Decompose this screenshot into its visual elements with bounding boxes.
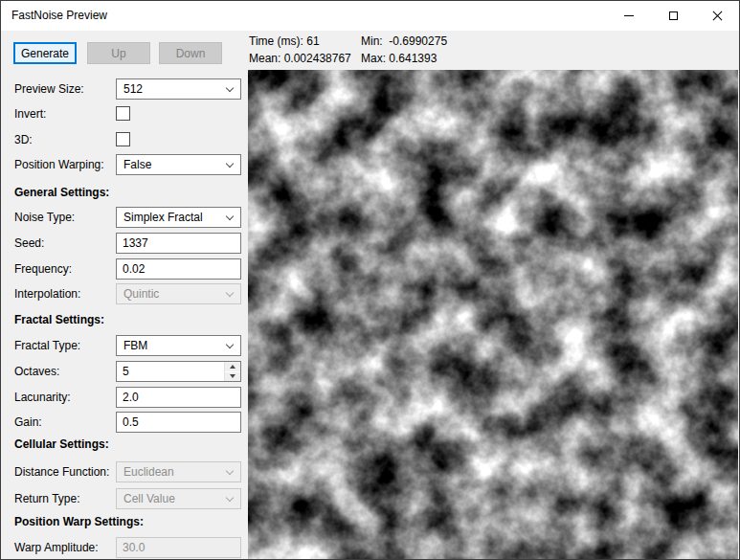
distance-function-select: Euclidean xyxy=(116,461,241,482)
gain-label: Gain: xyxy=(14,415,42,429)
octaves-up-button[interactable] xyxy=(224,362,240,372)
octaves-stepper xyxy=(116,361,241,382)
interpolation-value: Quintic xyxy=(117,284,240,301)
row-invert: Invert: xyxy=(1,103,247,125)
minimize-icon xyxy=(624,15,634,16)
close-icon xyxy=(712,11,723,21)
return-type-value: Cell Value xyxy=(117,489,240,505)
octaves-input[interactable] xyxy=(117,362,224,381)
noise-type-value: Simplex Fractal xyxy=(117,208,240,224)
interpolation-select: Quintic xyxy=(116,283,241,304)
position-warping-value: False xyxy=(117,155,240,171)
noise-type-select[interactable]: Simplex Fractal xyxy=(116,207,241,228)
row-noise-type: Noise Type: Simplex Fractal xyxy=(1,207,247,229)
octaves-down-button[interactable] xyxy=(224,372,240,382)
position-warping-select[interactable]: False xyxy=(116,154,241,175)
stat-min: Min: -0.6990275 xyxy=(361,34,447,48)
cellular-settings-header: Cellular Settings: xyxy=(14,437,109,451)
row-lacunarity: Lacunarity: xyxy=(1,387,247,409)
preview-size-select[interactable]: 512 xyxy=(116,78,241,100)
row-return-type: Return Type: Cell Value xyxy=(1,488,247,510)
up-button[interactable]: Up xyxy=(87,42,150,64)
arrow-up-icon xyxy=(230,365,235,369)
row-seed: Seed: xyxy=(1,233,247,255)
lacunarity-input[interactable] xyxy=(116,387,241,408)
row-distance-function: Distance Function: Euclidean xyxy=(1,461,247,483)
3d-checkbox[interactable] xyxy=(116,132,130,146)
maximize-icon xyxy=(669,11,678,20)
seed-input[interactable] xyxy=(116,233,241,254)
fractal-type-select[interactable]: FBM xyxy=(116,335,241,356)
general-settings-header: General Settings: xyxy=(14,186,109,199)
titlebar[interactable]: FastNoise Preview xyxy=(1,1,739,31)
distance-function-value: Euclidean xyxy=(117,462,240,479)
window-title: FastNoise Preview xyxy=(1,1,607,31)
fractal-settings-header: Fractal Settings: xyxy=(14,313,104,326)
invert-label: Invert: xyxy=(14,107,46,121)
generate-button[interactable]: Generate xyxy=(13,42,77,64)
preview-size-label: Preview Size: xyxy=(14,82,84,96)
maximize-button[interactable] xyxy=(651,1,695,31)
section-cellular-settings: Cellular Settings: xyxy=(1,434,247,456)
down-button[interactable]: Down xyxy=(159,42,222,64)
octaves-spin-buttons xyxy=(224,362,240,381)
frequency-label: Frequency: xyxy=(14,262,72,276)
distance-function-label: Distance Function: xyxy=(14,465,109,479)
stat-max: Max: 0.641393 xyxy=(361,52,437,65)
fractal-type-value: FBM xyxy=(117,336,240,352)
row-gain: Gain: xyxy=(1,412,247,434)
position-warp-settings-header: Position Warp Settings: xyxy=(14,515,144,528)
row-position-warping: Position Warping: False xyxy=(1,154,247,176)
fractal-type-label: Fractal Type: xyxy=(14,339,80,352)
interpolation-label: Interpolation: xyxy=(14,287,80,301)
row-3d: 3D: xyxy=(1,129,247,151)
noise-type-label: Noise Type: xyxy=(14,211,75,224)
return-type-label: Return Type: xyxy=(14,492,79,505)
row-octaves: Octaves: xyxy=(1,361,247,383)
3d-label: 3D: xyxy=(14,133,33,146)
row-interpolation: Interpolation: Quintic xyxy=(1,283,247,305)
noise-preview-canvas xyxy=(248,70,738,560)
fastnoise-window: FastNoise Preview Generate Up Down Time … xyxy=(0,0,740,560)
stat-time: Time (ms): 61 xyxy=(249,34,320,48)
octaves-label: Octaves: xyxy=(14,365,59,378)
warp-amplitude-label: Warp Amplitude: xyxy=(14,541,99,554)
close-button[interactable] xyxy=(695,1,739,31)
stat-mean: Mean: 0.002438767 xyxy=(249,52,351,65)
lacunarity-label: Lacunarity: xyxy=(14,391,71,404)
return-type-select: Cell Value xyxy=(116,488,241,509)
row-fractal-type: Fractal Type: FBM xyxy=(1,335,247,357)
row-frequency: Frequency: xyxy=(1,258,247,280)
minimize-button[interactable] xyxy=(607,1,651,31)
section-position-warp-settings: Position Warp Settings: xyxy=(1,511,247,533)
gain-input[interactable] xyxy=(116,412,241,433)
position-warping-label: Position Warping: xyxy=(14,158,104,171)
invert-checkbox[interactable] xyxy=(116,106,130,121)
warp-amplitude-input xyxy=(116,537,241,558)
row-preview-size: Preview Size: 512 xyxy=(1,78,247,101)
arrow-down-icon xyxy=(230,374,235,378)
section-fractal-settings: Fractal Settings: xyxy=(1,309,247,331)
section-general-settings: General Settings: xyxy=(1,182,247,204)
seed-label: Seed: xyxy=(14,236,44,250)
frequency-input[interactable] xyxy=(116,258,241,280)
row-warp-amplitude: Warp Amplitude: xyxy=(1,537,247,559)
preview-size-value: 512 xyxy=(117,79,240,96)
